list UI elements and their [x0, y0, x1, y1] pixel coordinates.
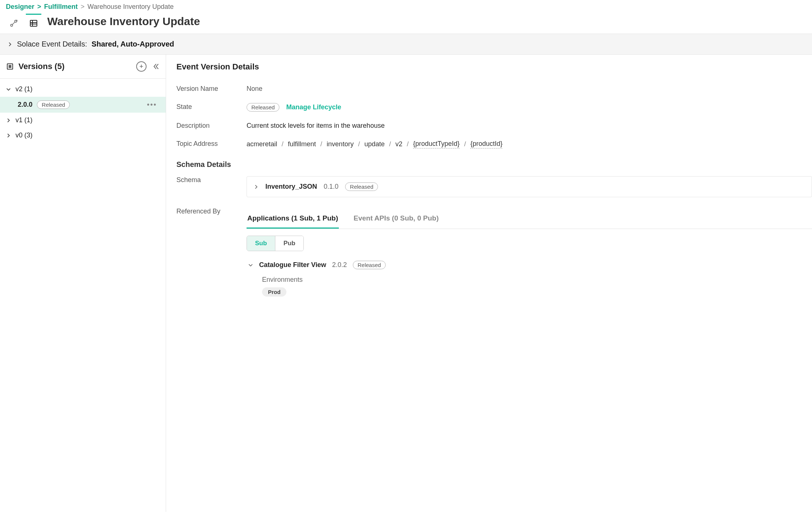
- versions-header: Versions (5) +: [0, 55, 166, 79]
- chevron-down-icon: [248, 263, 253, 268]
- state-pill: Released: [37, 100, 70, 109]
- referenced-app-version: 2.0.2: [332, 261, 347, 269]
- section-title: Event Version Details: [176, 62, 812, 72]
- label-version-name: Version Name: [176, 85, 247, 93]
- schema-details-heading: Schema Details: [176, 160, 812, 169]
- details-panel: Event Version Details Version Name None …: [166, 55, 812, 512]
- tab-event-apis[interactable]: Event APIs (0 Sub, 0 Pub): [353, 211, 440, 229]
- referenced-by-tabs: Applications (1 Sub, 1 Pub) Event APIs (…: [247, 211, 812, 229]
- version-number: 2.0.0: [18, 101, 32, 109]
- banner-value: Shared, Auto-Approved: [92, 40, 174, 48]
- version-group-label: v1 (1): [16, 116, 32, 124]
- versions-tree: v2 (1) 2.0.0 Released ••• v1 (1): [0, 79, 166, 146]
- label-referenced-by: Referenced By: [176, 208, 247, 215]
- topic-part: update: [364, 140, 385, 148]
- version-row-2-0-0[interactable]: 2.0.0 Released •••: [0, 97, 166, 113]
- seg-sub[interactable]: Sub: [247, 236, 275, 251]
- chevrons-left-icon: [152, 63, 160, 70]
- versions-panel: Versions (5) + v2 (1): [0, 55, 166, 512]
- value-version-name: None: [247, 85, 812, 93]
- svg-point-0: [11, 24, 13, 26]
- plus-icon: +: [136, 61, 147, 72]
- topic-variable[interactable]: {productId}: [470, 140, 502, 148]
- schema-card[interactable]: Inventory_JSON 0.1.0 Released: [247, 176, 812, 197]
- manage-lifecycle-link[interactable]: Manage Lifecycle: [286, 103, 341, 111]
- schema-state-pill: Released: [345, 182, 378, 191]
- crumb-designer[interactable]: Designer: [6, 3, 34, 11]
- add-version-button[interactable]: +: [136, 61, 147, 72]
- referenced-app-item: Catalogue Filter View 2.0.2 Released Env…: [247, 261, 812, 297]
- referenced-app-name: Catalogue Filter View: [259, 261, 326, 269]
- title-row: Warehouse Inventory Update: [0, 14, 812, 34]
- topic-address: acmeretail/ fulfillment/ inventory/ upda…: [247, 140, 812, 148]
- chevron-right-icon: [6, 133, 12, 138]
- seg-pub[interactable]: Pub: [275, 236, 303, 251]
- event-details-banner[interactable]: Solace Event Details: Shared, Auto-Appro…: [0, 34, 812, 55]
- tab-applications[interactable]: Applications (1 Sub, 1 Pub): [247, 211, 339, 229]
- page-title: Warehouse Inventory Update: [47, 15, 200, 28]
- topic-part: v2: [395, 140, 402, 148]
- graph-icon: [10, 19, 18, 27]
- list-icon: [6, 62, 14, 71]
- row-actions-button[interactable]: •••: [144, 100, 160, 109]
- version-group-v0[interactable]: v0 (3): [0, 128, 166, 143]
- topic-part: fulfillment: [288, 140, 316, 148]
- versions-title: Versions (5): [18, 62, 65, 71]
- banner-label: Solace Event Details:: [17, 40, 87, 48]
- label-schema: Schema: [176, 176, 247, 184]
- view-tab-table[interactable]: [26, 14, 41, 29]
- breadcrumb: Designer > Fulfillment > Warehouse Inven…: [0, 0, 812, 14]
- version-group-v1[interactable]: v1 (1): [0, 113, 166, 128]
- label-description: Description: [176, 122, 247, 130]
- view-tabs: [6, 14, 41, 29]
- chevron-right-icon: [7, 42, 13, 47]
- svg-rect-2: [30, 20, 37, 26]
- view-tab-graph[interactable]: [6, 14, 21, 29]
- table-icon: [29, 19, 38, 28]
- sub-pub-segment: Sub Pub: [247, 236, 304, 251]
- value-description: Current stock levels for items in the wa…: [247, 122, 812, 130]
- version-group-label: v2 (1): [16, 85, 32, 93]
- chevron-right-icon: [6, 118, 12, 123]
- collapse-panel-button[interactable]: [152, 63, 160, 70]
- chevron-down-icon: [6, 87, 12, 92]
- chevron-right-icon: >: [37, 3, 41, 11]
- chevron-right-icon: >: [81, 3, 85, 11]
- topic-part: acmeretail: [247, 140, 277, 148]
- crumb-current: Warehouse Inventory Update: [87, 3, 173, 11]
- version-group-v2[interactable]: v2 (1): [0, 82, 166, 97]
- referenced-app-state-pill: Released: [353, 261, 386, 269]
- environment-chip: Prod: [262, 287, 286, 297]
- label-topic: Topic Address: [176, 140, 247, 148]
- state-pill: Released: [247, 103, 279, 112]
- referenced-app-header[interactable]: Catalogue Filter View 2.0.2 Released: [248, 261, 812, 269]
- environments-label: Environments: [262, 276, 812, 284]
- topic-part: inventory: [327, 140, 354, 148]
- schema-name: Inventory_JSON: [265, 183, 317, 191]
- schema-version: 0.1.0: [324, 183, 338, 191]
- label-state: State: [176, 103, 247, 111]
- chevron-right-icon: [254, 184, 259, 189]
- version-group-label: v0 (3): [16, 131, 32, 139]
- topic-variable[interactable]: {productTypeId}: [413, 140, 460, 148]
- crumb-domain[interactable]: Fulfillment: [44, 3, 78, 11]
